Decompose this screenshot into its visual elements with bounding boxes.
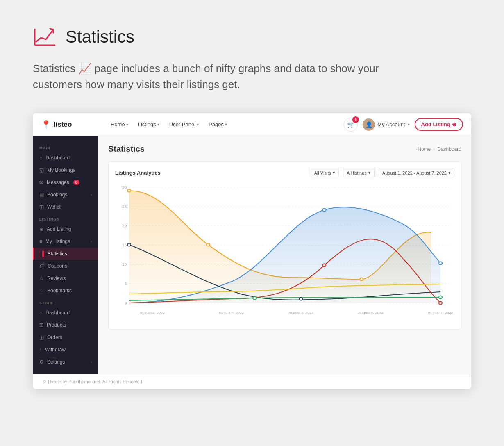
chevron-down-icon: ▾ bbox=[448, 170, 451, 175]
logo-icon: 📍 bbox=[41, 120, 51, 130]
chevron-right-icon: › bbox=[91, 239, 92, 243]
sidebar-item-bookmarks[interactable]: ♡ Bookmarks bbox=[33, 284, 98, 297]
messages-badge: 8 bbox=[73, 180, 79, 185]
sidebar-section-listings: LISTINGS bbox=[33, 213, 98, 223]
chart-filters: All Visits ▾ All listings ▾ August 1, 20… bbox=[311, 168, 454, 177]
store-dashboard-icon: ⌂ bbox=[39, 310, 42, 316]
products-icon: ⊞ bbox=[39, 322, 43, 328]
sidebar-item-coupons[interactable]: 🏷 Coupons bbox=[33, 260, 98, 272]
hero-desc-emoji: 📈 bbox=[78, 62, 94, 75]
cart-badge: 9 bbox=[352, 116, 359, 123]
navbar-actions: 🛒 9 👤 My Account ▾ Add Listing ⊕ bbox=[344, 118, 463, 132]
hero-section: Statistics Statistics 📈 page includes a … bbox=[0, 0, 504, 105]
ui-window: 📍 listeo Home ▾ Listings ▾ User Panel ▾ … bbox=[33, 113, 471, 389]
chevron-down-icon: ▾ bbox=[157, 122, 159, 127]
wallet-icon: ◫ bbox=[39, 204, 44, 210]
hero-title: Statistics bbox=[66, 27, 134, 47]
sidebar-section-store: STORE bbox=[33, 297, 98, 307]
sidebar-item-withdraw[interactable]: ↑ Withdraw bbox=[33, 344, 98, 356]
dot-red-2 bbox=[439, 302, 442, 305]
breadcrumb-dashboard: Dashboard bbox=[437, 146, 461, 152]
navbar-logo[interactable]: 📍 listeo bbox=[41, 120, 107, 130]
account-button[interactable]: 👤 My Account ▾ bbox=[363, 118, 409, 131]
filter-date-button[interactable]: August 1, 2022 - August 7, 2022 ▾ bbox=[379, 168, 454, 177]
sidebar-section-main: MAIN bbox=[33, 142, 98, 152]
sidebar-item-dashboard[interactable]: ⌂ Dashboard bbox=[33, 152, 98, 164]
logo-text: listeo bbox=[54, 121, 72, 129]
nav-home[interactable]: Home ▾ bbox=[107, 119, 132, 130]
filter-visits-button[interactable]: All Visits ▾ bbox=[311, 168, 339, 177]
svg-text:25: 25 bbox=[122, 205, 127, 209]
dot-dark-1 bbox=[127, 243, 131, 246]
svg-text:August 7, 2022: August 7, 2022 bbox=[428, 311, 453, 314]
chevron-down-icon: ▾ bbox=[225, 122, 227, 127]
sidebar-item-wallet[interactable]: ◫ Wallet bbox=[33, 201, 98, 213]
dot-orange-2 bbox=[207, 243, 210, 246]
svg-text:0: 0 bbox=[125, 301, 127, 305]
svg-text:10: 10 bbox=[122, 262, 127, 266]
breadcrumb: Home › Dashboard bbox=[418, 146, 461, 152]
svg-text:August 6, 2022: August 6, 2022 bbox=[358, 311, 383, 314]
dot-orange-1 bbox=[127, 189, 131, 192]
chevron-down-icon: ▾ bbox=[126, 122, 128, 127]
hero-title-row: Statistics bbox=[33, 25, 471, 49]
svg-text:15: 15 bbox=[122, 243, 127, 247]
svg-text:August 5, 2022: August 5, 2022 bbox=[288, 311, 313, 314]
cart-button[interactable]: 🛒 9 bbox=[344, 118, 358, 132]
chart-title: Listings Analytics bbox=[115, 170, 161, 176]
sidebar-item-bookings[interactable]: ▦ Bookings › bbox=[33, 189, 98, 201]
chevron-down-icon: ▾ bbox=[197, 122, 199, 127]
sidebar-item-store-dashboard[interactable]: ⌂ Dashboard bbox=[33, 307, 98, 319]
bookings-icon: ◱ bbox=[39, 167, 44, 173]
sidebar-item-products[interactable]: ⊞ Products bbox=[33, 319, 98, 331]
hero-desc-text1: Statistics bbox=[33, 62, 75, 75]
page-header: Statistics Home › Dashboard bbox=[108, 144, 461, 154]
svg-text:August 3, 2022: August 3, 2022 bbox=[140, 311, 165, 314]
page-title: Statistics bbox=[108, 144, 145, 154]
add-icon: ⊕ bbox=[39, 226, 43, 232]
sidebar-item-add-listing[interactable]: ⊕ Add Listing bbox=[33, 223, 98, 235]
sidebar: MAIN ⌂ Dashboard ◱ My Bookings ✉ Message… bbox=[33, 136, 98, 374]
star-icon: ☆ bbox=[39, 275, 44, 281]
dot-orange-3 bbox=[360, 278, 363, 281]
dot-blue-1 bbox=[322, 209, 326, 212]
add-listing-button[interactable]: Add Listing ⊕ bbox=[415, 118, 463, 131]
svg-text:30: 30 bbox=[122, 185, 127, 189]
nav-pages[interactable]: Pages ▾ bbox=[204, 119, 231, 130]
messages-icon: ✉ bbox=[39, 180, 43, 185]
statistics-icon: ▐ bbox=[41, 251, 44, 257]
analytics-chart: 0 5 10 15 20 25 30 August 3, 2022 August… bbox=[115, 183, 454, 323]
sidebar-item-my-bookings[interactable]: ◱ My Bookings bbox=[33, 164, 98, 176]
hero-description: Statistics 📈 page includes a bunch of ni… bbox=[33, 61, 402, 93]
chart-header: Listings Analytics All Visits ▾ All list… bbox=[115, 168, 454, 177]
nav-user-panel[interactable]: User Panel ▾ bbox=[165, 119, 203, 130]
chart-card: Listings Analytics All Visits ▾ All list… bbox=[108, 161, 461, 330]
orders-icon: ◫ bbox=[39, 334, 44, 340]
dot-green-2 bbox=[439, 296, 442, 299]
list-icon: ≡ bbox=[39, 239, 42, 244]
sidebar-item-orders[interactable]: ◫ Orders bbox=[33, 331, 98, 344]
svg-text:August 4, 2022: August 4, 2022 bbox=[219, 311, 244, 314]
sidebar-item-reviews[interactable]: ☆ Reviews bbox=[33, 272, 98, 284]
sidebar-item-settings[interactable]: ⚙ Settings › bbox=[33, 356, 98, 368]
home-icon: ⌂ bbox=[39, 155, 42, 161]
dot-red-1 bbox=[322, 264, 326, 267]
dot-blue-2 bbox=[439, 262, 442, 265]
calendar-icon: ▦ bbox=[39, 192, 44, 198]
breadcrumb-home[interactable]: Home bbox=[418, 146, 431, 152]
navbar: 📍 listeo Home ▾ Listings ▾ User Panel ▾ … bbox=[33, 113, 471, 136]
nav-listings[interactable]: Listings ▾ bbox=[134, 119, 163, 130]
filter-listings-button[interactable]: All listings ▾ bbox=[343, 168, 375, 177]
breadcrumb-separator: › bbox=[433, 146, 435, 152]
avatar: 👤 bbox=[363, 118, 375, 131]
sidebar-item-messages[interactable]: ✉ Messages 8 bbox=[33, 176, 98, 189]
hero-icon bbox=[33, 25, 57, 49]
navbar-nav: Home ▾ Listings ▾ User Panel ▾ Pages ▾ bbox=[107, 119, 344, 130]
chevron-down-icon: ▾ bbox=[333, 170, 335, 175]
sidebar-item-statistics[interactable]: ▐ Statistics bbox=[33, 248, 98, 260]
svg-text:20: 20 bbox=[122, 224, 127, 228]
ui-footer: © Theme by Purethemes.net. All Rights Re… bbox=[33, 374, 471, 389]
footer-text: © Theme by Purethemes.net. All Rights Re… bbox=[43, 379, 143, 384]
sidebar-item-my-listings[interactable]: ≡ My Listings › bbox=[33, 235, 98, 248]
svg-text:5: 5 bbox=[125, 282, 127, 286]
